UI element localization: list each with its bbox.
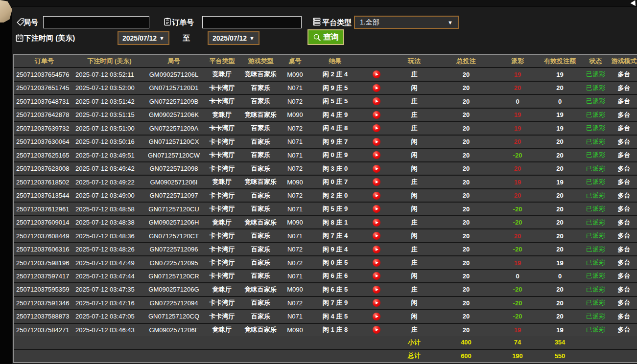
cell-bet-time: 2025-07-12 03:52:00 [74,84,144,91]
cell-bet-type: 闲 [392,191,437,200]
play-video-button[interactable] [373,232,380,240]
query-button[interactable]: 查询 [307,29,344,45]
table-row: 250712037591346 2025-07-12 03:47:16 GN07… [14,297,637,310]
play-icon [376,261,378,264]
cell-total-bet: 20 [437,98,495,105]
cell-game-type: 竞咪百家乐 [241,218,281,227]
cell-bet-type: 闲 [392,272,437,280]
table-row: 250712037623008 2025-07-12 03:49:42 GN07… [14,162,637,176]
cell-bet-time: 2025-07-12 03:46:43 [74,326,144,334]
cell-total-bet: 20 [437,192,495,199]
play-video-button[interactable] [373,246,380,253]
cell-bet-type: 庄 [392,218,437,227]
col-header-total: 总投注 [437,57,495,66]
cell-valid-bet: 20 [540,246,580,253]
cell-game-type: 百家乐 [241,84,281,92]
play-video-button[interactable] [373,326,380,334]
cell-status: 已派彩 [580,285,611,294]
cell-payout: 20 [495,84,540,91]
cell-round-no: GN071257120CT [144,232,203,240]
play-video-button[interactable] [373,205,380,213]
play-video-button[interactable] [373,111,380,119]
cell-result: 闲 1 庄 8 [309,325,361,334]
cell-platform-type: 卡卡湾厅 [203,124,241,133]
play-video-button[interactable] [373,286,380,294]
cell-bet-type: 庄 [392,245,437,254]
cell-total-bet: 20 [437,219,495,226]
cell-platform-type: 卡卡湾厅 [203,137,241,146]
cell-result: 闲 2 庄 4 [309,70,361,79]
play-video-button[interactable] [373,313,380,320]
cell-result: 闲 5 庄 5 [309,97,361,106]
cell-bet-type: 庄 [392,124,437,133]
col-header-platform: 平台类型 [203,57,241,66]
search-icon [313,33,321,42]
cell-payout: -20 [495,246,540,253]
play-video-button[interactable] [373,124,380,132]
play-video-button[interactable] [373,219,380,227]
cell-table-no: N071 [281,152,309,159]
cell-table-no: N072 [281,125,309,132]
cell-platform-type: 竞咪厅 [203,325,241,334]
play-video-button[interactable] [373,70,380,78]
date-from-picker[interactable]: 2025/07/12 ▼ [118,31,169,45]
table-row: 250712037648731 2025-07-12 03:51:42 GN07… [14,95,637,108]
cell-total-bet: 20 [437,326,495,334]
cell-game-type: 百家乐 [241,231,281,240]
cell-order-id: 250712037613544 [14,192,74,199]
play-video-button[interactable] [373,151,380,159]
cell-play [361,165,392,173]
play-video-button[interactable] [373,272,380,280]
play-video-button[interactable] [373,97,380,105]
cell-table-no: N072 [281,165,309,172]
play-video-button[interactable] [373,178,380,186]
date-to-picker[interactable]: 2025/07/12 ▼ [208,31,260,45]
play-icon [376,114,378,116]
cell-status: 已派彩 [580,245,611,254]
table-row: 250712037606316 2025-07-12 03:48:26 GN07… [14,243,637,256]
cell-table-no: N071 [281,273,309,280]
cell-payout: -20 [495,152,540,159]
order-no-input[interactable] [202,16,302,28]
cell-total-bet: 20 [437,232,495,240]
play-video-button[interactable] [373,138,380,146]
cell-valid-bet: 19 [540,326,580,334]
play-video-button[interactable] [373,165,380,173]
cell-bet-time: 2025-07-12 03:48:36 [74,232,144,240]
round-no-input[interactable] [43,16,149,28]
play-video-button[interactable] [373,84,380,92]
cell-order-id: 250712037598196 [14,259,74,267]
cell-round-no: GN07225712095 [144,259,203,267]
cell-game-mode: 多台 [611,325,637,334]
cell-bet-type: 庄 [392,178,437,186]
table-row: 250712037612961 2025-07-12 03:48:58 GN07… [14,203,637,216]
cell-valid-bet: 20 [540,165,580,172]
cell-play [361,313,392,320]
cell-total-bet: 20 [437,286,495,293]
cell-status: 已派彩 [580,124,611,133]
main-panel: 局号 订单号 平台类型 1.全部 ▼ 下注时间 (美东) 2025/07/12 … [12,7,637,364]
platform-type-select[interactable]: 1.全部 ▼ [354,16,459,29]
cell-bet-time: 2025-07-12 03:47:49 [74,259,144,267]
cell-bet-time: 2025-07-12 03:49:51 [74,152,144,159]
platform-type-label: 平台类型 [322,18,352,27]
play-video-button[interactable] [373,259,380,267]
cell-game-type: 竞咪百家乐 [241,178,281,186]
cell-play [361,259,392,267]
cell-game-mode: 多台 [611,164,637,173]
cell-result: 闲 4 庄 8 [309,124,361,133]
play-video-button[interactable] [373,192,380,200]
table-row: 250712037613544 2025-07-12 03:49:00 GN07… [14,189,637,203]
cell-valid-bet: 19 [540,259,580,267]
play-video-button[interactable] [373,299,380,307]
total-row: 总计 600 190 550 [14,350,637,362]
cell-play [361,111,392,119]
table-row: 250712037630064 2025-07-12 03:50:16 GN07… [14,136,637,149]
cell-game-type: 竞咪百家乐 [241,111,281,119]
cell-bet-time: 2025-07-12 03:48:38 [74,219,144,226]
cell-game-mode: 多台 [611,285,637,294]
cell-platform-type: 竞咪厅 [203,285,241,294]
cell-status: 已派彩 [580,272,611,280]
cell-status: 已派彩 [580,151,611,159]
cell-round-no: GN07225712098 [144,165,203,172]
